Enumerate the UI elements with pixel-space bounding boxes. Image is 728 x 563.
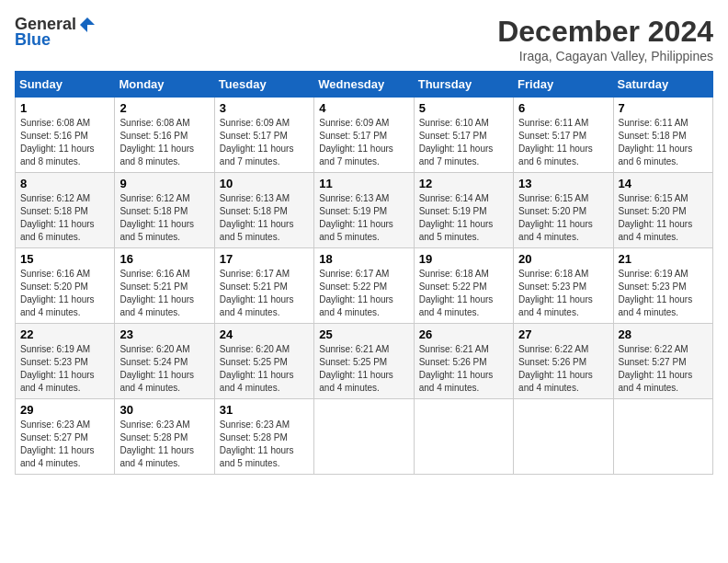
calendar-cell: 31 Sunrise: 6:23 AMSunset: 5:28 PMDaylig… (214, 399, 313, 475)
calendar-cell: 17 Sunrise: 6:17 AMSunset: 5:21 PMDaylig… (214, 248, 313, 324)
calendar-cell: 11 Sunrise: 6:13 AMSunset: 5:19 PMDaylig… (314, 173, 414, 248)
day-info: Sunrise: 6:13 AMSunset: 5:19 PMDaylight:… (319, 192, 408, 244)
day-info: Sunrise: 6:23 AMSunset: 5:27 PMDaylight:… (20, 419, 109, 470)
calendar-table: SundayMondayTuesdayWednesdayThursdayFrid… (15, 71, 713, 475)
day-info: Sunrise: 6:20 AMSunset: 5:24 PMDaylight:… (119, 343, 209, 395)
calendar-cell: 2 Sunrise: 6:08 AMSunset: 5:16 PMDayligh… (115, 98, 214, 173)
calendar-cell: 16 Sunrise: 6:16 AMSunset: 5:21 PMDaylig… (115, 248, 214, 324)
day-number: 13 (518, 177, 608, 190)
month-title: December 2024 (497, 15, 713, 49)
calendar-cell: 23 Sunrise: 6:20 AMSunset: 5:24 PMDaylig… (115, 324, 214, 399)
calendar-header-row: SundayMondayTuesdayWednesdayThursdayFrid… (16, 72, 713, 98)
day-number: 18 (319, 252, 408, 266)
day-info: Sunrise: 6:15 AMSunset: 5:20 PMDaylight:… (518, 192, 608, 244)
calendar-cell: 24 Sunrise: 6:20 AMSunset: 5:25 PMDaylig… (214, 324, 313, 399)
calendar-cell: 4 Sunrise: 6:09 AMSunset: 5:17 PMDayligh… (314, 98, 414, 173)
day-header-wednesday: Wednesday (314, 72, 414, 98)
day-number: 17 (220, 252, 309, 266)
svg-marker-0 (80, 17, 95, 32)
day-info: Sunrise: 6:23 AMSunset: 5:28 PMDaylight:… (119, 419, 209, 470)
day-number: 8 (20, 177, 109, 190)
day-header-sunday: Sunday (16, 72, 115, 98)
day-number: 7 (619, 101, 708, 115)
calendar-cell: 14 Sunrise: 6:15 AMSunset: 5:20 PMDaylig… (613, 173, 712, 248)
day-info: Sunrise: 6:18 AMSunset: 5:23 PMDaylight:… (518, 268, 608, 319)
day-number: 10 (220, 177, 309, 190)
logo: General Blue (15, 15, 97, 50)
day-info: Sunrise: 6:08 AMSunset: 5:16 PMDaylight:… (119, 117, 209, 168)
day-number: 6 (518, 101, 608, 115)
calendar-cell: 10 Sunrise: 6:13 AMSunset: 5:18 PMDaylig… (214, 173, 313, 248)
day-info: Sunrise: 6:11 AMSunset: 5:18 PMDaylight:… (619, 117, 708, 168)
day-info: Sunrise: 6:08 AMSunset: 5:16 PMDaylight:… (20, 117, 109, 168)
calendar-cell: 6 Sunrise: 6:11 AMSunset: 5:17 PMDayligh… (514, 98, 613, 173)
day-info: Sunrise: 6:14 AMSunset: 5:19 PMDaylight:… (419, 192, 508, 244)
day-info: Sunrise: 6:21 AMSunset: 5:25 PMDaylight:… (319, 343, 408, 395)
day-info: Sunrise: 6:17 AMSunset: 5:21 PMDaylight:… (220, 268, 309, 319)
day-info: Sunrise: 6:13 AMSunset: 5:18 PMDaylight:… (220, 192, 309, 244)
day-number: 12 (419, 177, 508, 190)
calendar-cell: 29 Sunrise: 6:23 AMSunset: 5:27 PMDaylig… (16, 399, 115, 475)
day-info: Sunrise: 6:12 AMSunset: 5:18 PMDaylight:… (119, 192, 209, 244)
calendar-cell: 5 Sunrise: 6:10 AMSunset: 5:17 PMDayligh… (414, 98, 513, 173)
day-number: 4 (319, 101, 408, 115)
calendar-week-1: 1 Sunrise: 6:08 AMSunset: 5:16 PMDayligh… (16, 98, 713, 173)
calendar-cell (414, 399, 513, 475)
calendar-cell (314, 399, 414, 475)
calendar-cell: 27 Sunrise: 6:22 AMSunset: 5:26 PMDaylig… (514, 324, 613, 399)
calendar-week-3: 15 Sunrise: 6:16 AMSunset: 5:20 PMDaylig… (16, 248, 713, 324)
day-number: 20 (518, 252, 608, 266)
day-number: 14 (619, 177, 708, 190)
calendar-cell: 3 Sunrise: 6:09 AMSunset: 5:17 PMDayligh… (214, 98, 313, 173)
day-info: Sunrise: 6:16 AMSunset: 5:20 PMDaylight:… (20, 268, 109, 319)
calendar-cell: 22 Sunrise: 6:19 AMSunset: 5:23 PMDaylig… (16, 324, 115, 399)
day-number: 27 (518, 327, 608, 341)
day-info: Sunrise: 6:11 AMSunset: 5:17 PMDaylight:… (518, 117, 608, 168)
calendar-cell: 25 Sunrise: 6:21 AMSunset: 5:25 PMDaylig… (314, 324, 414, 399)
day-info: Sunrise: 6:21 AMSunset: 5:26 PMDaylight:… (419, 343, 508, 395)
day-info: Sunrise: 6:09 AMSunset: 5:17 PMDaylight:… (220, 117, 309, 168)
location: Iraga, Cagayan Valley, Philippines (497, 49, 713, 63)
calendar-cell: 19 Sunrise: 6:18 AMSunset: 5:22 PMDaylig… (414, 248, 513, 324)
day-header-monday: Monday (115, 72, 214, 98)
calendar-cell: 18 Sunrise: 6:17 AMSunset: 5:22 PMDaylig… (314, 248, 414, 324)
logo-icon (78, 16, 97, 34)
day-info: Sunrise: 6:15 AMSunset: 5:20 PMDaylight:… (619, 192, 708, 244)
day-header-thursday: Thursday (414, 72, 513, 98)
logo-blue: Blue (15, 30, 51, 50)
calendar-cell: 30 Sunrise: 6:23 AMSunset: 5:28 PMDaylig… (115, 399, 214, 475)
day-number: 3 (220, 101, 309, 115)
day-info: Sunrise: 6:22 AMSunset: 5:27 PMDaylight:… (619, 343, 708, 395)
day-info: Sunrise: 6:16 AMSunset: 5:21 PMDaylight:… (119, 268, 209, 319)
calendar-cell: 9 Sunrise: 6:12 AMSunset: 5:18 PMDayligh… (115, 173, 214, 248)
calendar-cell: 26 Sunrise: 6:21 AMSunset: 5:26 PMDaylig… (414, 324, 513, 399)
day-number: 28 (619, 327, 708, 341)
day-number: 15 (20, 252, 109, 266)
day-number: 16 (119, 252, 209, 266)
day-number: 19 (419, 252, 508, 266)
page-header: General Blue December 2024 Iraga, Cagaya… (15, 15, 713, 63)
calendar-cell: 7 Sunrise: 6:11 AMSunset: 5:18 PMDayligh… (613, 98, 712, 173)
day-number: 26 (419, 327, 508, 341)
day-number: 5 (419, 101, 508, 115)
day-info: Sunrise: 6:20 AMSunset: 5:25 PMDaylight:… (220, 343, 309, 395)
day-info: Sunrise: 6:12 AMSunset: 5:18 PMDaylight:… (20, 192, 109, 244)
calendar-cell: 21 Sunrise: 6:19 AMSunset: 5:23 PMDaylig… (613, 248, 712, 324)
day-header-tuesday: Tuesday (214, 72, 313, 98)
calendar-cell: 12 Sunrise: 6:14 AMSunset: 5:19 PMDaylig… (414, 173, 513, 248)
calendar-cell: 20 Sunrise: 6:18 AMSunset: 5:23 PMDaylig… (514, 248, 613, 324)
calendar-cell: 15 Sunrise: 6:16 AMSunset: 5:20 PMDaylig… (16, 248, 115, 324)
day-number: 29 (20, 403, 109, 417)
day-number: 22 (20, 327, 109, 341)
calendar-body: 1 Sunrise: 6:08 AMSunset: 5:16 PMDayligh… (16, 98, 713, 475)
day-info: Sunrise: 6:10 AMSunset: 5:17 PMDaylight:… (419, 117, 508, 168)
day-number: 1 (20, 101, 109, 115)
day-info: Sunrise: 6:22 AMSunset: 5:26 PMDaylight:… (518, 343, 608, 395)
calendar-week-5: 29 Sunrise: 6:23 AMSunset: 5:27 PMDaylig… (16, 399, 713, 475)
calendar-week-4: 22 Sunrise: 6:19 AMSunset: 5:23 PMDaylig… (16, 324, 713, 399)
day-number: 30 (119, 403, 209, 417)
calendar-cell: 8 Sunrise: 6:12 AMSunset: 5:18 PMDayligh… (16, 173, 115, 248)
day-number: 31 (220, 403, 309, 417)
day-number: 24 (220, 327, 309, 341)
day-info: Sunrise: 6:09 AMSunset: 5:17 PMDaylight:… (319, 117, 408, 168)
